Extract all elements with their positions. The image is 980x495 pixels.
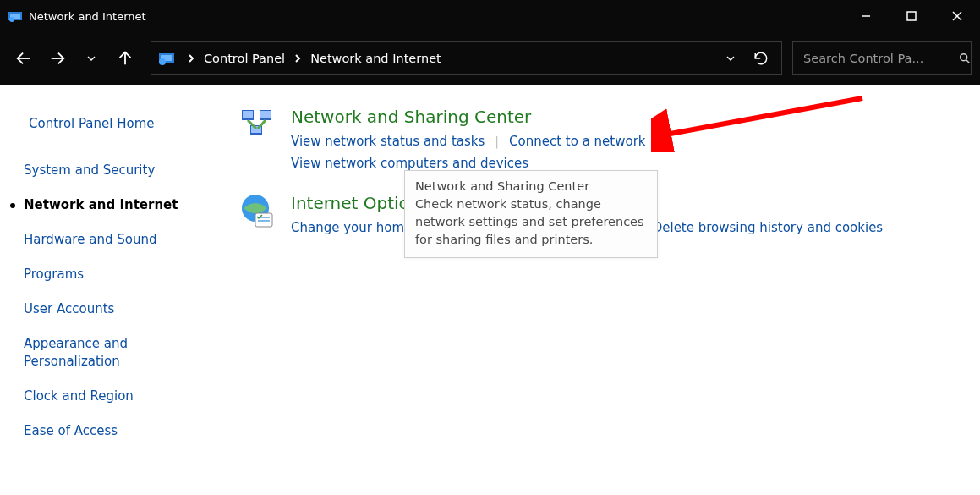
sidebar-item-appearance-and-personalization[interactable]: Appearance and Personalization: [24, 327, 176, 379]
sidebar-item-network-and-internet[interactable]: Network and Internet: [24, 188, 220, 223]
window-minimize-button[interactable]: [843, 0, 889, 32]
search-box[interactable]: [792, 41, 972, 75]
sidebar-item-clock-and-region[interactable]: Clock and Region: [24, 379, 220, 414]
window-title: Network and Internet: [29, 10, 146, 23]
search-input[interactable]: [802, 51, 958, 66]
svg-point-13: [961, 54, 967, 61]
sidebar-item-user-accounts[interactable]: User Accounts: [24, 292, 220, 327]
chevron-right-icon[interactable]: [288, 53, 307, 63]
tooltip-body: Check network status, change network set…: [415, 195, 647, 249]
navigation-bar: Control Panel Network and Internet: [0, 32, 980, 85]
category-title-network-sharing[interactable]: Network and Sharing Center: [291, 107, 965, 127]
sidebar-item-system-and-security[interactable]: System and Security: [24, 153, 220, 188]
address-history-dropdown[interactable]: [715, 43, 746, 74]
main-content: Network and Sharing Center View network …: [237, 85, 980, 495]
svg-rect-4: [907, 12, 916, 20]
breadcrumb-network-and-internet[interactable]: Network and Internet: [307, 52, 445, 65]
link-separator: |: [485, 135, 509, 148]
svg-rect-24: [255, 213, 272, 227]
address-bar[interactable]: Control Panel Network and Internet: [151, 41, 782, 75]
tooltip: Network and Sharing Center Check network…: [404, 170, 658, 258]
sidebar-item-programs[interactable]: Programs: [24, 257, 220, 292]
window-app-icon: [8, 9, 22, 23]
address-scope-icon: [158, 50, 175, 67]
internet-options-icon: [237, 191, 277, 232]
sidebar-item-hardware-and-sound[interactable]: Hardware and Sound: [24, 223, 220, 257]
window-maximize-button[interactable]: [889, 0, 934, 32]
refresh-button[interactable]: [746, 43, 776, 74]
window-close-button[interactable]: [934, 0, 980, 32]
nav-recent-dropdown[interactable]: [76, 43, 107, 74]
svg-rect-16: [243, 111, 253, 118]
sidebar-control-panel-home[interactable]: Control Panel Home: [24, 112, 220, 153]
breadcrumb-control-panel[interactable]: Control Panel: [200, 52, 288, 65]
tooltip-title: Network and Sharing Center: [415, 178, 647, 195]
sidebar-item-ease-of-access[interactable]: Ease of Access: [24, 414, 220, 448]
category-network-sharing-center: Network and Sharing Center View network …: [237, 105, 965, 173]
svg-point-2: [9, 17, 14, 22]
svg-line-14: [966, 60, 970, 63]
chevron-right-icon[interactable]: [182, 53, 200, 63]
svg-point-12: [159, 58, 166, 65]
link-view-network-status[interactable]: View network status and tasks: [291, 132, 485, 151]
nav-back-button[interactable]: [8, 43, 39, 74]
nav-forward-button[interactable]: [42, 43, 73, 74]
nav-up-button[interactable]: [110, 43, 140, 74]
link-connect-to-network[interactable]: Connect to a network: [509, 132, 646, 151]
content-area: Control Panel Home System and Security N…: [0, 85, 980, 495]
network-sharing-icon: [237, 105, 277, 146]
sidebar: Control Panel Home System and Security N…: [0, 85, 237, 495]
link-delete-history[interactable]: Delete browsing history and cookies: [653, 218, 883, 237]
search-icon[interactable]: [958, 52, 972, 65]
window-titlebar: Network and Internet: [0, 0, 980, 32]
svg-rect-18: [260, 111, 271, 118]
link-separator: |: [646, 135, 671, 148]
